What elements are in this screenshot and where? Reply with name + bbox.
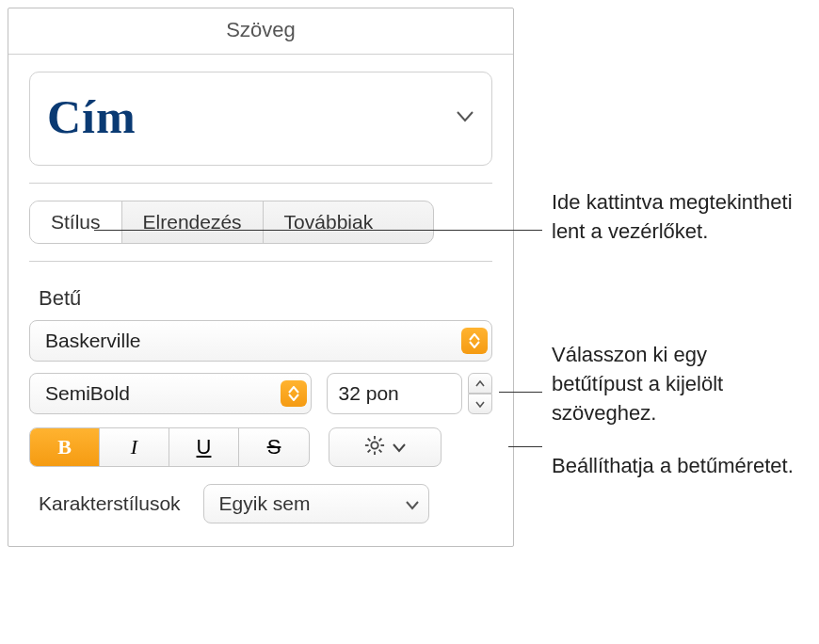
character-styles-label: Karakterstílusok — [39, 492, 181, 515]
italic-button[interactable]: I — [100, 428, 169, 466]
divider — [29, 183, 492, 184]
font-family-popup[interactable]: Baskerville — [29, 320, 492, 362]
callout-text: Beállíthatja a betűméretet. — [552, 452, 796, 481]
panel-title: Szöveg — [8, 8, 513, 55]
popup-arrows-icon — [281, 380, 307, 407]
font-size-control: 32 pon — [327, 373, 492, 414]
tab-more[interactable]: Továbbiak — [264, 201, 394, 243]
font-size-stepper — [468, 373, 492, 414]
font-size-down-button[interactable] — [468, 394, 492, 414]
format-text-panel: Szöveg Cím Stílus Elrendezés Továbbiak B… — [8, 8, 514, 547]
chevron-down-icon — [393, 438, 406, 458]
advanced-options-popup[interactable] — [329, 427, 442, 467]
bold-button[interactable]: B — [30, 428, 100, 466]
divider — [29, 261, 492, 262]
strikethrough-button[interactable]: S — [239, 428, 309, 466]
font-style-group: B I U S — [29, 427, 310, 467]
font-size-field[interactable]: 32 pon — [327, 373, 462, 414]
paragraph-style-picker[interactable]: Cím — [29, 72, 492, 166]
callout-text: Ide kattintva megtekintheti lent a vezér… — [552, 188, 796, 247]
svg-line-7 — [368, 449, 371, 452]
popup-arrows-icon — [461, 328, 488, 354]
svg-line-6 — [379, 449, 382, 452]
character-styles-popup[interactable]: Egyik sem — [203, 484, 429, 523]
callout-leader — [94, 230, 542, 231]
svg-line-8 — [379, 438, 382, 441]
svg-line-5 — [368, 438, 371, 441]
paragraph-style-name: Cím — [47, 89, 136, 144]
tab-layout[interactable]: Elrendezés — [122, 201, 264, 243]
font-family-value: Baskerville — [45, 330, 141, 352]
text-tabs: Stílus Elrendezés Továbbiak — [29, 201, 434, 244]
gear-icon — [364, 435, 385, 460]
svg-point-0 — [371, 442, 377, 448]
tab-style[interactable]: Stílus — [30, 201, 122, 243]
callout-leader — [508, 446, 542, 447]
font-section-label: Betű — [39, 286, 492, 311]
callout-leader — [499, 392, 542, 393]
callout-text: Válasszon ki egy betűtípust a kijelölt s… — [552, 341, 796, 427]
chevron-down-icon — [406, 492, 419, 515]
font-size-up-button[interactable] — [468, 373, 492, 394]
font-typeface-value: SemiBold — [45, 382, 130, 405]
font-typeface-popup[interactable]: SemiBold — [29, 373, 312, 414]
character-styles-value: Egyik sem — [219, 492, 311, 515]
underline-button[interactable]: U — [169, 428, 239, 466]
chevron-down-icon — [456, 107, 474, 126]
